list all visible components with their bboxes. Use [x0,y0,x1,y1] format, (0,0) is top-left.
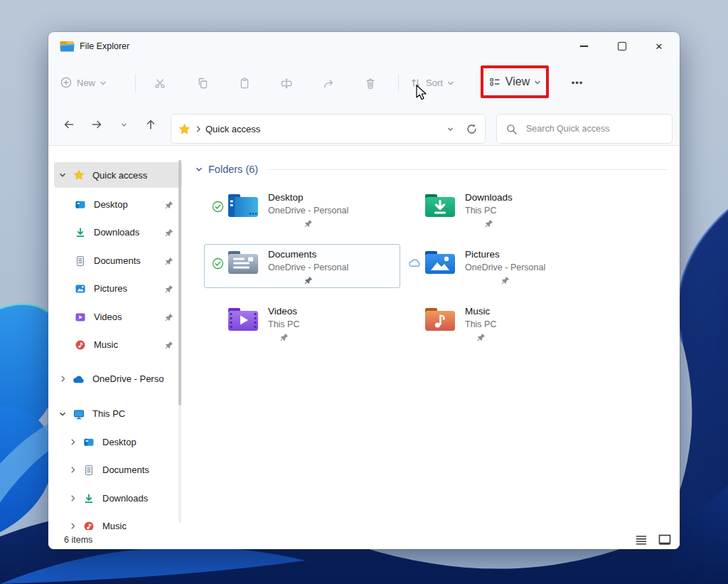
chevron-down-icon [447,80,454,86]
tile-location: OneDrive - Personal [268,262,348,273]
chevron-right-icon[interactable] [54,375,71,383]
music-folder-icon [423,305,457,334]
large-icons-view-toggle[interactable] [657,533,673,547]
chevron-right-icon[interactable] [64,438,81,446]
sidebar-label: Downloads [94,227,139,238]
sidebar-item-music[interactable]: Music [54,331,182,359]
sidebar-item-this-pc-downloads[interactable]: Downloads [54,484,182,512]
close-icon: ✕ [655,41,663,52]
minimize-icon [580,46,588,47]
tile-location: OneDrive - Personal [465,262,545,273]
close-button[interactable]: ✕ [643,32,675,60]
downloads-folder-icon [423,191,457,220]
downloads-icon [81,493,97,504]
forward-button[interactable] [87,115,107,134]
sidebar-item-desktop[interactable]: Desktop [54,191,182,218]
file-explorer-window: File Explorer ✕ New [48,32,680,549]
back-button[interactable] [58,115,78,134]
chevron-down-icon[interactable] [195,165,203,174]
sidebar-item-this-pc[interactable]: This PC [54,400,182,428]
sidebar-label: Desktop [102,437,136,447]
sidebar-item-this-pc-music[interactable]: Music [54,512,182,530]
group-header-rule [269,169,668,170]
up-button[interactable] [141,115,161,134]
search-box[interactable] [496,114,673,144]
sidebar-item-this-pc-documents[interactable]: Documents [54,456,182,484]
rename-button[interactable] [274,75,299,91]
pin-icon [269,333,299,341]
copy-button[interactable] [190,75,215,91]
folders-group-label: Folders (6) [208,164,258,175]
sidebar-item-videos[interactable]: Videos [54,303,182,331]
view-button[interactable]: View [505,75,530,88]
sidebar-item-downloads[interactable]: Downloads [54,218,182,246]
sidebar-label: Documents [102,464,149,475]
tile-location: This PC [268,319,299,330]
address-dropdown-chevron[interactable] [446,125,454,133]
onedrive-synced-icon [210,258,225,270]
sidebar-item-pictures[interactable]: Pictures [54,275,182,302]
see-more-button[interactable]: ••• [562,70,593,95]
desktop-icon [73,199,88,211]
folder-tiles-grid: Desktop OneDrive - Personal [204,187,598,358]
sidebar-label: Music [102,521,127,530]
view-button-highlight: View [481,65,549,98]
tile-videos[interactable]: Videos This PC [204,301,400,345]
maximize-icon [618,42,626,51]
address-bar[interactable]: Quick access [171,114,486,144]
tile-location: This PC [465,205,513,216]
chevron-right-icon[interactable] [64,494,81,502]
sort-icon [410,77,422,89]
tile-name: Videos [268,305,299,317]
chevron-down-icon[interactable] [54,171,71,179]
sidebar-item-onedrive[interactable]: OneDrive - Perso [54,365,182,393]
item-count: 6 items [64,535,92,545]
pin-icon [165,285,173,293]
details-view-toggle[interactable] [633,533,649,547]
content-area: Quick access Desktop Downloads [48,146,680,530]
pin-icon [269,219,348,228]
new-button-label: New [77,78,95,88]
tile-downloads[interactable]: Downloads This PC [401,187,597,231]
cut-button[interactable] [147,75,173,91]
pictures-folder-icon [423,248,457,277]
pin-icon [269,276,348,285]
videos-folder-icon [226,305,260,334]
tile-pictures[interactable]: Pictures OneDrive - Personal [401,244,597,288]
sidebar-scrollbar[interactable] [178,160,181,523]
chevron-right-icon[interactable] [64,522,81,530]
pin-icon [466,276,545,285]
downloads-icon [73,227,88,238]
paste-button[interactable] [232,75,257,91]
maximize-button[interactable] [606,32,638,60]
sidebar-label: Pictures [94,283,127,294]
chevron-down-icon[interactable] [54,410,71,418]
search-input[interactable] [525,123,648,134]
new-button[interactable]: New [60,70,107,95]
chevron-right-icon[interactable] [64,466,81,474]
sort-button[interactable]: Sort [410,70,454,95]
this-pc-monitor-icon [71,408,87,420]
tile-name: Downloads [465,191,513,203]
toolbar-separator [398,74,399,92]
folders-group-header[interactable]: Folders (6) [195,160,668,179]
sidebar-scrollbar-thumb[interactable] [178,160,181,405]
sidebar-item-quick-access[interactable]: Quick access [54,162,182,188]
tile-music[interactable]: Music This PC [401,301,597,345]
tile-documents[interactable]: Documents OneDrive - Personal [204,244,400,288]
pin-icon [165,201,173,209]
minimize-button[interactable] [567,32,600,60]
recent-locations-chevron[interactable] [114,115,134,134]
breadcrumb-quick-access[interactable]: Quick access [205,124,260,134]
sidebar-item-this-pc-desktop[interactable]: Desktop [54,428,182,456]
tile-desktop[interactable]: Desktop OneDrive - Personal [204,187,400,231]
quick-access-star-icon [71,169,87,181]
share-button[interactable] [316,75,341,91]
music-icon [73,339,88,351]
onedrive-cloud-icon [71,374,87,384]
delete-button[interactable] [358,75,383,91]
refresh-icon[interactable] [466,123,478,135]
search-icon [505,123,518,135]
sidebar-item-documents[interactable]: Documents [54,247,182,275]
title-bar: File Explorer ✕ [48,32,680,62]
